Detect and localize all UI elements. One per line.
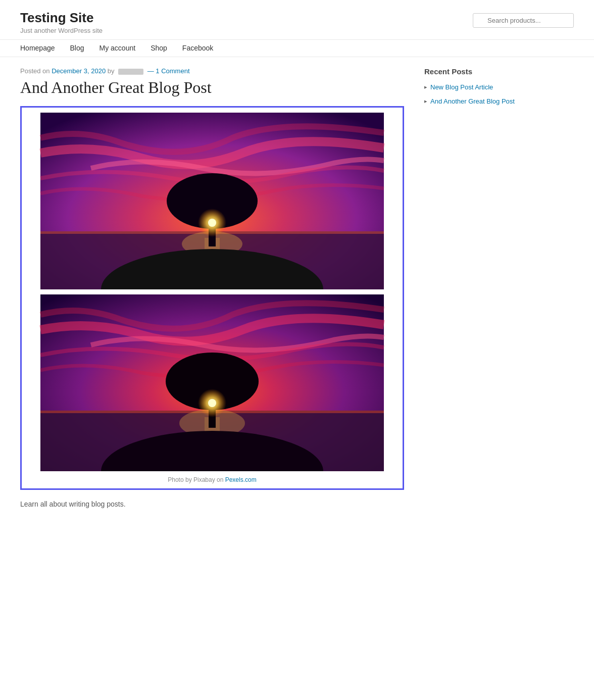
photo-credit: Photo by Pixabay on Pexels.com bbox=[27, 476, 398, 483]
site-header: Testing Site Just another WordPress site bbox=[0, 0, 594, 40]
sidebar: Recent Posts New Blog Post Article And A… bbox=[424, 67, 535, 508]
site-title: Testing Site bbox=[20, 10, 103, 26]
post-image-1 bbox=[27, 113, 398, 289]
nav-link-homepage[interactable]: Homepage bbox=[20, 44, 55, 52]
nav-item-blog[interactable]: Blog bbox=[70, 44, 84, 53]
post-figure: Photo by Pixabay on Pexels.com bbox=[20, 106, 404, 490]
nav-link-myaccount[interactable]: My account bbox=[100, 44, 136, 52]
nav-item-shop[interactable]: Shop bbox=[151, 44, 167, 53]
recent-posts-list: New Blog Post Article And Another Great … bbox=[424, 83, 535, 106]
search-input[interactable] bbox=[473, 13, 574, 28]
post-image-2 bbox=[27, 294, 398, 471]
post-excerpt: Learn all about writing blog posts. bbox=[20, 500, 404, 508]
recent-post-link-1[interactable]: New Blog Post Article bbox=[430, 83, 493, 92]
content-area: Posted on December 3, 2020 by — 1 Commen… bbox=[20, 67, 404, 508]
nav-item-homepage[interactable]: Homepage bbox=[20, 44, 55, 53]
nav-link-shop[interactable]: Shop bbox=[151, 44, 167, 52]
svg-point-11 bbox=[208, 219, 216, 227]
post-date-link[interactable]: December 3, 2020 bbox=[52, 67, 106, 75]
author-name bbox=[118, 69, 143, 75]
recent-posts-title: Recent Posts bbox=[424, 67, 535, 76]
photo-credit-link[interactable]: Pexels.com bbox=[225, 476, 257, 483]
photo-credit-text: Photo by Pixabay on bbox=[168, 476, 223, 483]
recent-post-link-2[interactable]: And Another Great Blog Post bbox=[430, 97, 515, 106]
search-wrap bbox=[473, 13, 574, 28]
recent-post-item-1: New Blog Post Article bbox=[424, 83, 535, 92]
comment-link[interactable]: — 1 Comment bbox=[147, 67, 190, 75]
site-tagline: Just another WordPress site bbox=[20, 27, 103, 34]
nav-link-facebook[interactable]: Facebook bbox=[182, 44, 213, 52]
nav-list: Homepage Blog My account Shop Facebook bbox=[20, 44, 574, 53]
post-title: And Another Great Blog Post bbox=[20, 78, 404, 97]
search-container bbox=[473, 13, 574, 28]
nav-item-myaccount[interactable]: My account bbox=[100, 44, 136, 53]
site-branding: Testing Site Just another WordPress site bbox=[20, 10, 103, 34]
nav-item-facebook[interactable]: Facebook bbox=[182, 44, 213, 53]
svg-point-21 bbox=[208, 399, 216, 407]
recent-post-item-2: And Another Great Blog Post bbox=[424, 97, 535, 106]
main-layout: Posted on December 3, 2020 by — 1 Commen… bbox=[0, 57, 594, 528]
post-meta: Posted on December 3, 2020 by — 1 Commen… bbox=[20, 67, 404, 75]
nav-link-blog[interactable]: Blog bbox=[70, 44, 84, 52]
posted-on-label: Posted on bbox=[20, 67, 50, 75]
by-label: by bbox=[108, 67, 116, 75]
site-nav: Homepage Blog My account Shop Facebook bbox=[0, 40, 594, 57]
